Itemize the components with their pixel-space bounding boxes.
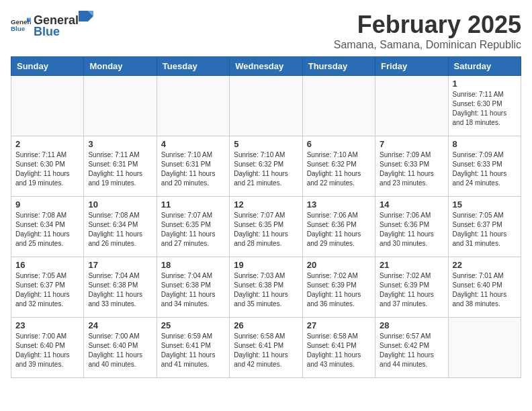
day-info: Sunrise: 7:06 AM Sunset: 6:36 PM Dayligh…	[307, 211, 371, 248]
calendar-day-cell	[448, 318, 521, 378]
day-info: Sunrise: 7:04 AM Sunset: 6:38 PM Dayligh…	[88, 271, 152, 309]
day-info: Sunrise: 7:11 AM Sunset: 6:31 PM Dayligh…	[88, 150, 152, 188]
day-of-week-header: Wednesday	[230, 57, 302, 76]
day-number: 15	[453, 199, 517, 210]
calendar-header-row: SundayMondayTuesdayWednesdayThursdayFrid…	[11, 57, 521, 76]
calendar-day-cell: 26Sunrise: 6:58 AM Sunset: 6:41 PM Dayli…	[230, 318, 302, 378]
day-number: 4	[161, 139, 225, 149]
day-info: Sunrise: 7:08 AM Sunset: 6:34 PM Dayligh…	[88, 211, 152, 248]
calendar-day-cell: 7Sunrise: 7:09 AM Sunset: 6:33 PM Daylig…	[375, 136, 448, 197]
day-info: Sunrise: 7:05 AM Sunset: 6:37 PM Dayligh…	[453, 211, 517, 248]
calendar-day-cell	[11, 76, 84, 136]
day-number: 10	[88, 199, 152, 210]
day-info: Sunrise: 7:07 AM Sunset: 6:35 PM Dayligh…	[234, 211, 298, 248]
calendar-day-cell: 21Sunrise: 7:02 AM Sunset: 6:39 PM Dayli…	[375, 257, 448, 318]
calendar-day-cell: 10Sunrise: 7:08 AM Sunset: 6:34 PM Dayli…	[84, 197, 157, 257]
calendar-day-cell: 9Sunrise: 7:08 AM Sunset: 6:34 PM Daylig…	[11, 197, 84, 257]
calendar-day-cell: 13Sunrise: 7:06 AM Sunset: 6:36 PM Dayli…	[302, 197, 375, 257]
calendar-day-cell: 6Sunrise: 7:10 AM Sunset: 6:32 PM Daylig…	[302, 136, 375, 197]
day-number: 2	[15, 139, 79, 149]
calendar-day-cell: 25Sunrise: 6:59 AM Sunset: 6:41 PM Dayli…	[157, 318, 229, 378]
day-number: 27	[307, 320, 371, 330]
logo: General Blue General Blue	[11, 11, 93, 39]
calendar-table: SundayMondayTuesdayWednesdayThursdayFrid…	[11, 56, 521, 378]
day-info: Sunrise: 7:11 AM Sunset: 6:30 PM Dayligh…	[15, 150, 79, 188]
day-of-week-header: Monday	[84, 57, 157, 76]
calendar-day-cell: 4Sunrise: 7:10 AM Sunset: 6:31 PM Daylig…	[157, 136, 229, 197]
calendar-week-row: 23Sunrise: 7:00 AM Sunset: 6:40 PM Dayli…	[11, 318, 521, 378]
calendar-day-cell: 8Sunrise: 7:09 AM Sunset: 6:33 PM Daylig…	[448, 136, 521, 197]
day-of-week-header: Thursday	[302, 57, 375, 76]
calendar-day-cell: 11Sunrise: 7:07 AM Sunset: 6:35 PM Dayli…	[157, 197, 229, 257]
calendar-day-cell: 27Sunrise: 6:58 AM Sunset: 6:41 PM Dayli…	[302, 318, 375, 378]
calendar-day-cell: 20Sunrise: 7:02 AM Sunset: 6:39 PM Dayli…	[302, 257, 375, 318]
day-of-week-header: Sunday	[11, 57, 84, 76]
day-info: Sunrise: 7:09 AM Sunset: 6:33 PM Dayligh…	[380, 150, 443, 188]
logo-wordmark: General Blue	[34, 11, 93, 39]
logo-flag-icon	[79, 11, 93, 24]
day-number: 12	[234, 199, 298, 210]
day-number: 8	[453, 139, 517, 149]
day-info: Sunrise: 7:10 AM Sunset: 6:31 PM Dayligh…	[161, 150, 225, 188]
calendar-day-cell: 18Sunrise: 7:04 AM Sunset: 6:38 PM Dayli…	[157, 257, 229, 318]
day-number: 16	[15, 260, 79, 270]
day-number: 6	[307, 139, 371, 149]
day-number: 14	[380, 199, 443, 210]
calendar-day-cell: 12Sunrise: 7:07 AM Sunset: 6:35 PM Dayli…	[230, 197, 302, 257]
calendar-day-cell	[375, 76, 448, 136]
page-title: February 2025	[334, 11, 521, 39]
calendar-day-cell: 3Sunrise: 7:11 AM Sunset: 6:31 PM Daylig…	[84, 136, 157, 197]
day-info: Sunrise: 7:00 AM Sunset: 6:40 PM Dayligh…	[15, 332, 79, 369]
day-number: 20	[307, 260, 371, 270]
day-info: Sunrise: 7:01 AM Sunset: 6:40 PM Dayligh…	[453, 271, 517, 309]
day-info: Sunrise: 7:04 AM Sunset: 6:38 PM Dayligh…	[161, 271, 225, 309]
day-info: Sunrise: 7:06 AM Sunset: 6:36 PM Dayligh…	[380, 211, 443, 248]
page-header: General Blue General Blue February 2025 …	[11, 11, 521, 51]
calendar-week-row: 2Sunrise: 7:11 AM Sunset: 6:30 PM Daylig…	[11, 136, 521, 197]
calendar-day-cell	[230, 76, 302, 136]
day-number: 9	[15, 199, 79, 210]
calendar-day-cell: 5Sunrise: 7:10 AM Sunset: 6:32 PM Daylig…	[230, 136, 302, 197]
day-info: Sunrise: 6:58 AM Sunset: 6:41 PM Dayligh…	[307, 332, 371, 369]
day-info: Sunrise: 7:09 AM Sunset: 6:33 PM Dayligh…	[453, 150, 517, 188]
day-info: Sunrise: 7:10 AM Sunset: 6:32 PM Dayligh…	[234, 150, 298, 188]
day-info: Sunrise: 7:00 AM Sunset: 6:40 PM Dayligh…	[88, 332, 152, 369]
day-number: 26	[234, 320, 298, 330]
page-subtitle: Samana, Samana, Dominican Republic	[334, 39, 521, 51]
day-info: Sunrise: 7:11 AM Sunset: 6:30 PM Dayligh…	[453, 90, 517, 128]
day-number: 11	[161, 199, 225, 210]
day-number: 22	[453, 260, 517, 270]
calendar-day-cell: 14Sunrise: 7:06 AM Sunset: 6:36 PM Dayli…	[375, 197, 448, 257]
day-number: 3	[88, 139, 152, 149]
calendar-day-cell: 22Sunrise: 7:01 AM Sunset: 6:40 PM Dayli…	[448, 257, 521, 318]
calendar-day-cell: 24Sunrise: 7:00 AM Sunset: 6:40 PM Dayli…	[84, 318, 157, 378]
day-info: Sunrise: 6:57 AM Sunset: 6:42 PM Dayligh…	[380, 332, 443, 369]
day-number: 21	[380, 260, 443, 270]
day-info: Sunrise: 7:02 AM Sunset: 6:39 PM Dayligh…	[307, 271, 371, 309]
day-info: Sunrise: 7:02 AM Sunset: 6:39 PM Dayligh…	[380, 271, 443, 309]
logo-icon: General Blue	[11, 17, 31, 33]
day-number: 13	[307, 199, 371, 210]
calendar-day-cell	[157, 76, 229, 136]
day-number: 25	[161, 320, 225, 330]
calendar-day-cell: 15Sunrise: 7:05 AM Sunset: 6:37 PM Dayli…	[448, 197, 521, 257]
day-of-week-header: Tuesday	[157, 57, 229, 76]
day-number: 24	[88, 320, 152, 330]
calendar-day-cell: 1Sunrise: 7:11 AM Sunset: 6:30 PM Daylig…	[448, 76, 521, 136]
day-of-week-header: Saturday	[448, 57, 521, 76]
calendar-day-cell: 2Sunrise: 7:11 AM Sunset: 6:30 PM Daylig…	[11, 136, 84, 197]
day-number: 1	[453, 79, 517, 89]
day-info: Sunrise: 7:05 AM Sunset: 6:37 PM Dayligh…	[15, 271, 79, 309]
day-number: 5	[234, 139, 298, 149]
day-number: 18	[161, 260, 225, 270]
day-info: Sunrise: 7:07 AM Sunset: 6:35 PM Dayligh…	[161, 211, 225, 248]
calendar-day-cell	[84, 76, 157, 136]
calendar-week-row: 9Sunrise: 7:08 AM Sunset: 6:34 PM Daylig…	[11, 197, 521, 257]
day-info: Sunrise: 7:08 AM Sunset: 6:34 PM Dayligh…	[15, 211, 79, 248]
day-number: 17	[88, 260, 152, 270]
day-of-week-header: Friday	[375, 57, 448, 76]
day-info: Sunrise: 7:10 AM Sunset: 6:32 PM Dayligh…	[307, 150, 371, 188]
svg-text:Blue: Blue	[11, 25, 26, 32]
day-info: Sunrise: 7:03 AM Sunset: 6:38 PM Dayligh…	[234, 271, 298, 309]
calendar-day-cell: 17Sunrise: 7:04 AM Sunset: 6:38 PM Dayli…	[84, 257, 157, 318]
